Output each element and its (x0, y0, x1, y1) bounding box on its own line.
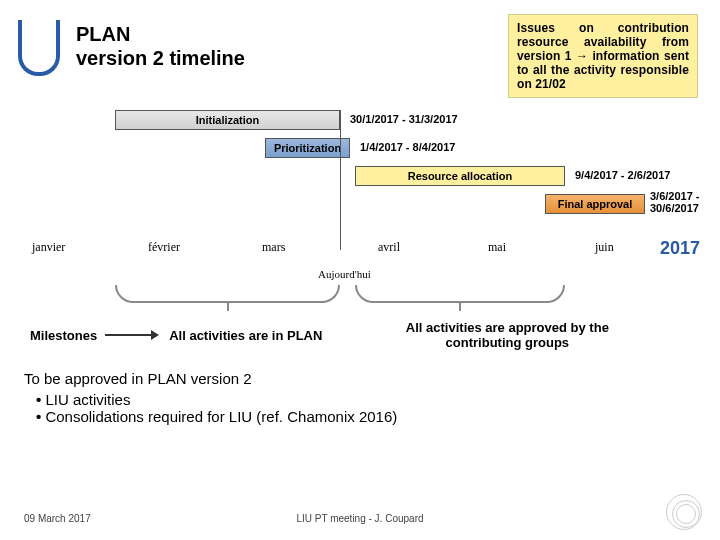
bar-initialization-label: Initialization (196, 114, 260, 126)
bar-initialization: Initialization (115, 110, 340, 130)
curly-left (115, 285, 340, 303)
range-initialization: 30/1/2017 - 31/3/2017 (350, 113, 458, 125)
title-line2: version 2 timeline (76, 47, 245, 69)
approved-section: To be approved in PLAN version 2 LIU act… (24, 370, 397, 425)
milestones-row: Milestones All activities are in PLAN Al… (30, 320, 690, 350)
month-may: mai (488, 240, 506, 255)
milestones-label: Milestones (30, 328, 97, 343)
milestone-2: All activities are approved by the contr… (392, 320, 622, 350)
month-jun: juin (595, 240, 614, 255)
footer-mid: LIU PT meeting - J. Coupard (296, 513, 423, 524)
bar-resource-allocation-label: Resource allocation (408, 170, 513, 182)
bar-prioritization: Prioritization (265, 138, 350, 158)
callout-text: Issues on contribution resource availabi… (517, 21, 689, 91)
today-marker (340, 110, 341, 250)
gantt-chart: Initialization 30/1/2017 - 31/3/2017 Pri… (20, 110, 700, 240)
milestone-1: All activities are in PLAN (169, 328, 322, 343)
logo (18, 20, 60, 76)
month-mar: mars (262, 240, 285, 255)
bar-resource-allocation: Resource allocation (355, 166, 565, 186)
callout-box: Issues on contribution resource availabi… (508, 14, 698, 98)
timeline: Initialization 30/1/2017 - 31/3/2017 Pri… (20, 110, 700, 240)
bar-final-approval: Final approval (545, 194, 645, 214)
month-apr: avril (378, 240, 400, 255)
footer-date: 09 March 2017 (24, 513, 91, 524)
page-title: PLAN version 2 timeline (76, 22, 245, 70)
range-final-approval: 3/6/2017 - 30/6/2017 (650, 190, 710, 214)
approved-item: Consolidations required for LIU (ref. Ch… (24, 408, 397, 425)
range-prioritization: 1/4/2017 - 8/4/2017 (360, 141, 455, 153)
cern-logo-icon (666, 494, 702, 530)
year-label: 2017 (660, 238, 700, 259)
month-jan: janvier (32, 240, 65, 255)
today-label: Aujourd'hui (318, 268, 371, 280)
approved-heading: To be approved in PLAN version 2 (24, 370, 397, 387)
arrow-icon (105, 334, 157, 336)
bar-final-approval-label: Final approval (558, 198, 633, 210)
range-resource-allocation: 9/4/2017 - 2/6/2017 (575, 169, 670, 181)
bar-prioritization-label: Prioritization (274, 142, 341, 154)
month-axis: janvier février mars avril mai juin 2017 (20, 240, 700, 262)
curly-right (355, 285, 565, 303)
approved-item: LIU activities (24, 391, 397, 408)
title-line1: PLAN (76, 23, 130, 45)
month-feb: février (148, 240, 180, 255)
